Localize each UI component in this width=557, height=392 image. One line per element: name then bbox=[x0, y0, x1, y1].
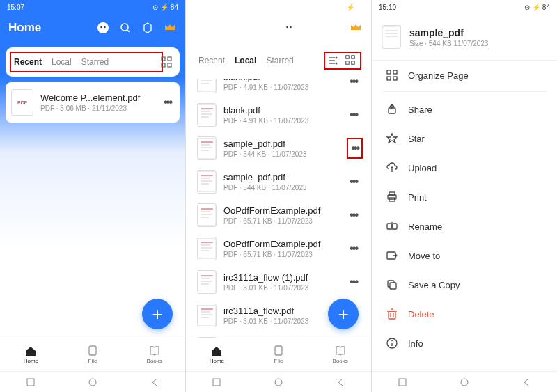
more-icon[interactable]: ••• bbox=[161, 93, 174, 111]
svg-line-4 bbox=[127, 30, 130, 32]
more-icon[interactable]: ••• bbox=[347, 273, 360, 291]
tab-starred[interactable]: Starred bbox=[81, 54, 109, 70]
action-organize[interactable]: Organize Page bbox=[382, 61, 547, 92]
search-icon[interactable] bbox=[304, 21, 318, 35]
tab-recent[interactable]: Recent bbox=[14, 54, 42, 70]
grid-view-icon[interactable] bbox=[160, 56, 173, 68]
action-savecopy[interactable]: Save a Copy bbox=[382, 270, 547, 299]
more-icon[interactable]: ••• bbox=[347, 106, 360, 124]
add-button[interactable]: + bbox=[328, 299, 359, 329]
nav-books[interactable]: Books bbox=[123, 338, 185, 371]
action-label: Print bbox=[408, 192, 427, 203]
file-item[interactable]: blank.pdf PDF · 4.91 KB · 11/07/2023 ••• bbox=[191, 99, 366, 131]
more-icon[interactable]: ••• bbox=[347, 79, 360, 91]
action-star[interactable]: Star bbox=[382, 124, 547, 153]
pdf-icon bbox=[197, 170, 217, 194]
moveto-icon bbox=[386, 249, 398, 262]
avatar-icon[interactable] bbox=[282, 21, 296, 35]
settings-icon[interactable] bbox=[327, 21, 340, 35]
action-share[interactable]: Share bbox=[382, 95, 547, 124]
svg-rect-8 bbox=[162, 63, 165, 67]
bottom-nav: Home File Books bbox=[0, 338, 185, 371]
svg-rect-53 bbox=[198, 238, 216, 259]
file-item[interactable]: sample_pdf.pdf PDF · 544 KB · 11/07/2023… bbox=[191, 166, 366, 198]
svg-rect-48 bbox=[198, 205, 216, 226]
nav-file[interactable]: File bbox=[62, 338, 124, 371]
svg-rect-10 bbox=[89, 346, 96, 355]
svg-point-23 bbox=[336, 63, 338, 65]
nav-home[interactable]: Home bbox=[186, 338, 248, 371]
avatar-icon[interactable] bbox=[96, 21, 110, 35]
search-icon[interactable] bbox=[118, 21, 132, 35]
tab-local[interactable]: Local bbox=[52, 54, 72, 70]
file-item[interactable]: blank.pdf PDF · 4.91 KB · 11/07/2023 ••• bbox=[191, 79, 366, 97]
recent-apps-icon[interactable] bbox=[26, 377, 36, 387]
svg-rect-82 bbox=[387, 77, 391, 80]
file-item[interactable]: sample_pdf.pdf PDF · 544 KB · 11/07/2023… bbox=[191, 132, 366, 164]
svg-point-2 bbox=[104, 26, 105, 28]
nav-home[interactable]: Home bbox=[0, 338, 62, 371]
settings-icon[interactable] bbox=[141, 21, 155, 35]
file-item[interactable]: PDF Welcome P...element.pdf PDF · 5.06 M… bbox=[6, 82, 180, 123]
tab-starred[interactable]: Starred bbox=[266, 53, 293, 68]
svg-rect-102 bbox=[399, 379, 406, 386]
pdf-icon bbox=[197, 103, 217, 127]
crown-icon[interactable] bbox=[163, 21, 177, 35]
svg-rect-74 bbox=[213, 379, 220, 386]
file-name: blank.pdf bbox=[223, 79, 340, 82]
svg-point-3 bbox=[121, 24, 128, 31]
back-icon[interactable] bbox=[336, 377, 345, 387]
svg-rect-58 bbox=[198, 272, 216, 292]
back-icon[interactable] bbox=[150, 377, 159, 387]
recent-apps-icon[interactable] bbox=[212, 377, 221, 387]
status-icons: ⊙ ⚡ 84 bbox=[152, 3, 178, 11]
svg-marker-5 bbox=[144, 23, 151, 33]
bottom-nav: Home File Books bbox=[186, 338, 371, 371]
crown-icon[interactable] bbox=[349, 21, 363, 35]
file-meta: PDF · 4.91 KB · 11/07/2023 bbox=[223, 117, 340, 125]
svg-rect-94 bbox=[389, 311, 395, 319]
home-icon[interactable] bbox=[88, 377, 97, 387]
time: 15:09 bbox=[193, 3, 210, 11]
action-info[interactable]: Info bbox=[382, 329, 547, 358]
action-print[interactable]: Print bbox=[382, 182, 547, 212]
action-rename[interactable]: Rename bbox=[382, 212, 547, 241]
file-item[interactable]: OoPdfFormExample.pdf PDF · 65.71 KB · 11… bbox=[191, 199, 366, 231]
svg-point-22 bbox=[336, 57, 338, 59]
organize-icon bbox=[386, 69, 398, 81]
tab-recent[interactable]: Recent bbox=[198, 53, 225, 68]
action-moveto[interactable]: Move to bbox=[382, 241, 547, 270]
rename-icon bbox=[386, 220, 398, 233]
back-icon[interactable] bbox=[521, 377, 531, 387]
sort-icon[interactable] bbox=[328, 55, 339, 66]
screen-actions: 15:10 ⊙ ⚡ 84 sample_pdf Size · 544 KB 11… bbox=[372, 0, 557, 392]
svg-rect-38 bbox=[198, 138, 216, 159]
home-icon[interactable] bbox=[460, 377, 469, 387]
more-icon[interactable]: ••• bbox=[347, 138, 363, 159]
nav-file[interactable]: File bbox=[248, 338, 310, 371]
svg-rect-7 bbox=[168, 57, 171, 61]
nav-books[interactable]: Books bbox=[309, 338, 371, 371]
action-delete[interactable]: Delete bbox=[382, 299, 547, 329]
pdf-icon: PDF bbox=[11, 89, 33, 116]
tabs-container: Recent Local Starred bbox=[198, 53, 327, 68]
action-upload[interactable]: Upload bbox=[382, 153, 547, 182]
print-icon bbox=[386, 191, 398, 203]
action-label: Share bbox=[408, 104, 432, 115]
home-icon[interactable] bbox=[274, 377, 283, 387]
delete-icon bbox=[386, 308, 398, 320]
action-list: Organize Page Share Star Upload Print Re… bbox=[372, 61, 557, 371]
svg-rect-28 bbox=[198, 79, 216, 92]
file-item[interactable]: irc3111a_flow (1).pdf PDF · 3.01 KB · 11… bbox=[191, 266, 366, 298]
add-button[interactable]: + bbox=[142, 299, 173, 329]
grid-view-icon[interactable] bbox=[345, 54, 357, 67]
app-header: Home bbox=[0, 14, 185, 42]
file-item[interactable]: OoPdfFormExample.pdf PDF · 65.71 KB · 11… bbox=[191, 233, 366, 265]
file-item[interactable]: Welcome to...ment(1).pdf ••• bbox=[191, 333, 366, 338]
more-icon[interactable]: ••• bbox=[347, 206, 360, 224]
status-bar: 15:07 ⊙ ⚡ 84 bbox=[0, 0, 185, 14]
more-icon[interactable]: ••• bbox=[347, 173, 360, 191]
recent-apps-icon[interactable] bbox=[398, 377, 407, 387]
tab-local[interactable]: Local bbox=[235, 53, 256, 68]
more-icon[interactable]: ••• bbox=[347, 240, 360, 258]
